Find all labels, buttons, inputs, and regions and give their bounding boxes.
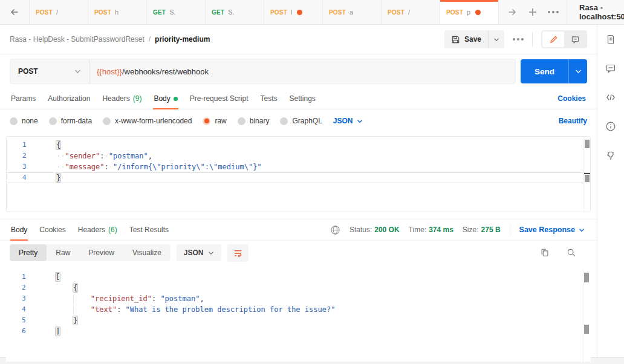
comments-button[interactable] bbox=[564, 31, 586, 47]
url-builder-row: POST {{host}}/webhooks/rest/webhook Send bbox=[0, 54, 597, 88]
tab-settings[interactable]: Settings bbox=[284, 88, 322, 109]
history-forward-button[interactable] bbox=[502, 0, 522, 24]
indent-guide bbox=[56, 306, 74, 314]
request-tab-3[interactable]: GET S. bbox=[147, 0, 206, 24]
request-body-editor[interactable]: 1 { 2 "sender":"postman", 3 "message":"/… bbox=[6, 136, 591, 212]
view-visualize[interactable]: Visualize bbox=[123, 244, 171, 261]
comments-panel-button[interactable] bbox=[605, 62, 617, 74]
tab-label: Headers bbox=[102, 94, 129, 103]
edit-mode-button[interactable] bbox=[542, 31, 564, 47]
request-tab-5[interactable]: POST l bbox=[264, 0, 323, 24]
wrap-lines-button[interactable] bbox=[227, 244, 249, 262]
mode-none[interactable]: none bbox=[10, 117, 38, 125]
request-more-options-button[interactable] bbox=[513, 38, 524, 41]
request-tab-2[interactable]: POST h bbox=[88, 0, 147, 24]
scrollbar-marker bbox=[584, 173, 590, 174]
size-value: 275 B bbox=[481, 226, 501, 234]
pull-request-tips-button[interactable] bbox=[605, 149, 617, 161]
save-dropdown-button[interactable] bbox=[488, 30, 504, 48]
mode-label: none bbox=[22, 117, 38, 125]
tab-authorization[interactable]: Authorization bbox=[42, 88, 96, 109]
size-label: Size: bbox=[463, 226, 479, 234]
edit-comment-toggle bbox=[541, 30, 587, 48]
mode-graphql[interactable]: GraphQL bbox=[280, 117, 322, 125]
request-header: Rasa - HelpDesk - SubmitPasswordReset / … bbox=[0, 25, 597, 54]
scrollbar-thumb[interactable] bbox=[585, 175, 590, 182]
tab-params[interactable]: Params bbox=[5, 88, 42, 109]
tab-pre-request-script[interactable]: Pre-request Script bbox=[184, 88, 255, 109]
beautify-link[interactable]: Beautify bbox=[559, 117, 587, 125]
response-tab-cookies[interactable]: Cookies bbox=[33, 219, 71, 240]
response-language-select[interactable]: JSON bbox=[177, 244, 221, 261]
tab-method: POST bbox=[270, 9, 287, 16]
search-response-button[interactable] bbox=[567, 248, 576, 258]
request-tab-1[interactable]: POST / bbox=[30, 0, 88, 24]
tab-title: / bbox=[56, 8, 58, 16]
pencil-icon bbox=[549, 35, 558, 44]
code-snippet-button[interactable] bbox=[605, 91, 617, 103]
history-back-button[interactable] bbox=[0, 0, 30, 24]
tab-body[interactable]: Body bbox=[148, 88, 183, 109]
header-actions: Save bbox=[444, 30, 587, 48]
line-number: 4 bbox=[6, 304, 56, 315]
comment-icon bbox=[571, 35, 580, 44]
view-preview[interactable]: Preview bbox=[79, 244, 123, 261]
request-tab-8-active[interactable]: POST p bbox=[440, 0, 499, 24]
line-number: 3 bbox=[6, 293, 56, 304]
send-button[interactable]: Send bbox=[521, 59, 568, 83]
ellipsis-icon bbox=[513, 38, 524, 41]
line-number: 2 bbox=[6, 282, 56, 293]
response-scrollbar[interactable] bbox=[583, 268, 590, 362]
environment-selector[interactable]: Rasa - localhost:5005 bbox=[567, 0, 624, 24]
mode-form-data[interactable]: form-data bbox=[49, 117, 92, 125]
save-response-button[interactable]: Save Response bbox=[519, 226, 585, 234]
cookies-link[interactable]: Cookies bbox=[557, 94, 586, 103]
mode-x-www-form-urlencoded[interactable]: x-www-form-urlencoded bbox=[103, 117, 192, 125]
body-language-select[interactable]: JSON bbox=[333, 117, 363, 125]
tab-options-button[interactable] bbox=[544, 0, 563, 24]
tab-title: S. bbox=[228, 8, 234, 16]
chevron-down-icon bbox=[208, 251, 214, 255]
tab-tests[interactable]: Tests bbox=[254, 88, 283, 109]
copy-response-button[interactable] bbox=[540, 248, 550, 258]
mode-label: binary bbox=[250, 117, 270, 125]
scrollbar-thumb[interactable] bbox=[584, 325, 589, 334]
http-method-select[interactable]: POST bbox=[10, 59, 89, 83]
send-dropdown-button[interactable] bbox=[568, 59, 587, 83]
scrollbar-thumb[interactable] bbox=[585, 140, 590, 148]
new-tab-button[interactable] bbox=[523, 0, 542, 24]
url-input[interactable]: {{host}}/webhooks/rest/webhook bbox=[89, 59, 515, 83]
response-tab-test-results[interactable]: Test Results bbox=[123, 219, 175, 240]
response-body-viewer[interactable]: 1 [ 2 { 3 "recipient_id": "postman", 4 bbox=[6, 268, 591, 362]
response-tabs: Body Cookies Headers(6) Test Results Sta… bbox=[0, 219, 597, 241]
json-key: "message" bbox=[65, 163, 104, 171]
tab-headers[interactable]: Headers(9) bbox=[96, 88, 148, 109]
tab-title: a bbox=[349, 8, 353, 16]
mode-binary[interactable]: binary bbox=[238, 117, 270, 125]
mode-label: form-data bbox=[61, 117, 92, 125]
response-tab-headers[interactable]: Headers(6) bbox=[72, 219, 123, 240]
url-variable: {{host}} bbox=[97, 67, 122, 76]
editor-scrollbar[interactable] bbox=[583, 137, 590, 212]
save-response-label: Save Response bbox=[519, 226, 575, 234]
code-line: 4 "text": "What is the problem descripti… bbox=[6, 304, 591, 315]
view-pretty[interactable]: Pretty bbox=[10, 244, 47, 261]
view-raw[interactable]: Raw bbox=[47, 244, 79, 261]
mode-raw-selected[interactable]: raw bbox=[203, 117, 226, 125]
status-badge: Status:200 OK bbox=[349, 226, 400, 234]
indent bbox=[73, 295, 91, 304]
request-tab-4[interactable]: GET S. bbox=[206, 0, 264, 24]
documentation-button[interactable] bbox=[605, 33, 617, 45]
tab-method: POST bbox=[94, 9, 111, 16]
request-name[interactable]: priority-medium bbox=[155, 35, 210, 44]
scrollbar-thumb[interactable] bbox=[584, 273, 589, 282]
json-bracket: ] bbox=[56, 327, 60, 336]
save-button[interactable]: Save bbox=[444, 30, 488, 48]
response-tab-body[interactable]: Body bbox=[5, 219, 33, 240]
breadcrumb-collection[interactable]: Rasa - HelpDesk - SubmitPasswordReset bbox=[10, 35, 145, 44]
request-tab-7[interactable]: POST / bbox=[382, 0, 440, 24]
request-info-button[interactable] bbox=[605, 120, 617, 132]
indent bbox=[56, 317, 73, 325]
request-tab-6[interactable]: POST a bbox=[323, 0, 382, 24]
json-value: "postman" bbox=[160, 294, 200, 303]
